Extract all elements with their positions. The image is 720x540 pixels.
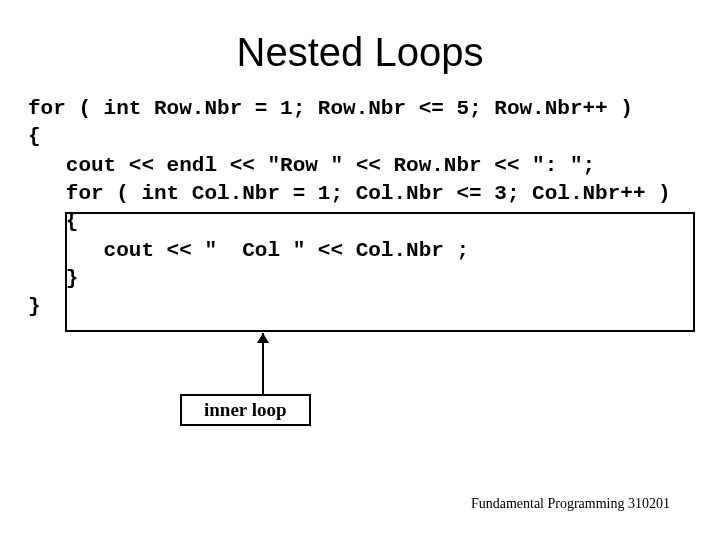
inner-loop-label: inner loop xyxy=(180,394,311,426)
code-line-5: { xyxy=(28,210,78,233)
arrow-head-icon xyxy=(257,333,269,343)
footer-text: Fundamental Programming 310201 xyxy=(471,496,670,512)
code-line-7: } xyxy=(28,267,78,290)
code-line-2: { xyxy=(28,125,41,148)
code-line-1: for ( int Row.Nbr = 1; Row.Nbr <= 5; Row… xyxy=(28,97,633,120)
code-block: for ( int Row.Nbr = 1; Row.Nbr <= 5; Row… xyxy=(28,95,720,322)
slide-title: Nested Loops xyxy=(0,30,720,75)
code-line-8: } xyxy=(28,295,41,318)
code-line-3: cout << endl << "Row " << Row.Nbr << ": … xyxy=(28,154,595,177)
inner-loop-label-text: inner loop xyxy=(204,399,287,420)
code-line-6: cout << " Col " << Col.Nbr ; xyxy=(28,239,469,262)
slide: Nested Loops for ( int Row.Nbr = 1; Row.… xyxy=(0,0,720,540)
code-line-4: for ( int Col.Nbr = 1; Col.Nbr <= 3; Col… xyxy=(28,182,671,205)
